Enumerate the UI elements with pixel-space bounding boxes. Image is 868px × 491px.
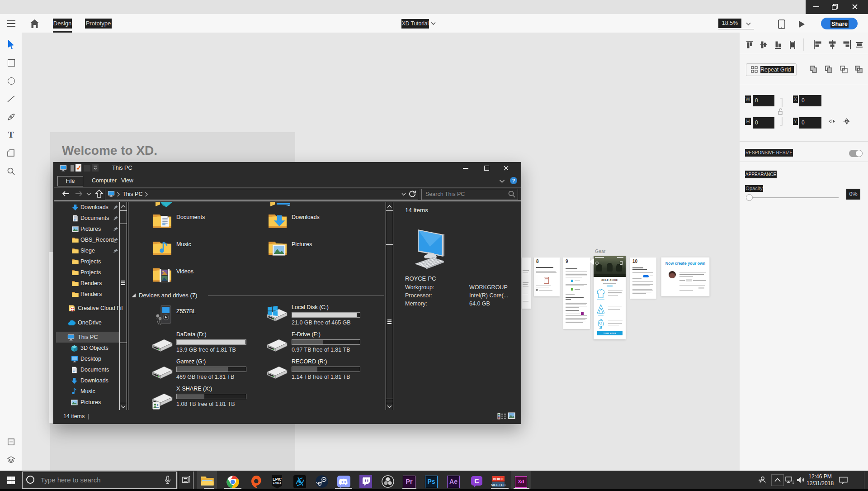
svg-text:MEETER: MEETER — [491, 483, 505, 487]
svg-text:GAMES: GAMES — [273, 482, 281, 484]
svg-text:EPIC: EPIC — [273, 477, 282, 481]
svg-text:VOICE: VOICE — [493, 477, 505, 481]
svg-text:C: C — [474, 477, 479, 485]
